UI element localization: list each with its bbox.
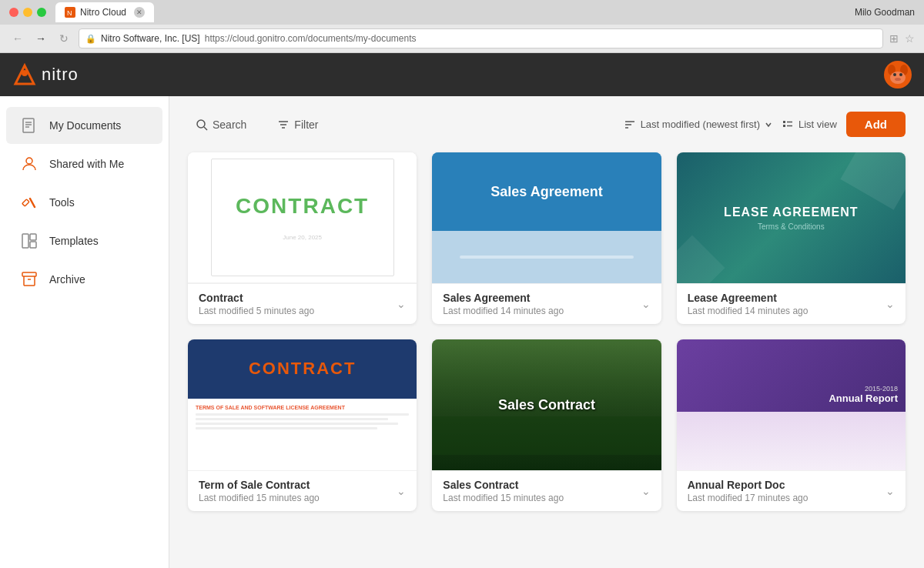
- contract-chevron-icon[interactable]: ⌄: [397, 298, 406, 310]
- sidebar-item-my-documents[interactable]: My Documents: [6, 107, 162, 144]
- svg-rect-10: [23, 119, 34, 132]
- address-company: Nitro Software, Inc. [US]: [101, 33, 200, 44]
- sidebar-item-templates[interactable]: Templates: [6, 222, 162, 259]
- contract-name: Contract: [199, 292, 397, 304]
- toolbar-left: Search Filter: [188, 114, 326, 135]
- annual-report-chevron-icon[interactable]: ⌄: [886, 485, 895, 497]
- document-card-contract[interactable]: CONTRACT June 20, 2025 Contract Last mod…: [188, 152, 417, 324]
- bookmark-icon[interactable]: ☆: [905, 32, 915, 45]
- filter-button[interactable]: Filter: [270, 114, 326, 135]
- document-card-annual-report[interactable]: 2015-2018 Annual Report Annual Report Do…: [677, 339, 906, 511]
- annual-year-text: 2015-2018: [865, 385, 898, 393]
- app-body: My Documents Shared with Me: [0, 96, 924, 568]
- browser-toolbar: ← → ↻ 🔒 Nitro Software, Inc. [US] https:…: [0, 25, 924, 52]
- forward-button[interactable]: →: [32, 30, 49, 47]
- sales-contract-thumbnail: Sales Contract: [432, 339, 661, 470]
- sales-header-text: Sales Agreement: [490, 184, 602, 200]
- svg-rect-19: [30, 242, 36, 248]
- tab-favicon: N: [65, 7, 75, 18]
- sales-agreement-name: Sales Agreement: [443, 292, 641, 304]
- document-card-term-of-sale[interactable]: CONTRACT TERMS OF SALE AND SOFTWARE LICE…: [188, 339, 417, 511]
- close-window-button[interactable]: [9, 8, 18, 17]
- templates-icon: [18, 230, 40, 252]
- svg-point-2: [22, 70, 28, 76]
- salescontract-preview: Sales Contract: [432, 339, 661, 470]
- document-card-sales-agreement[interactable]: Sales Agreement Sales Agreement Last mod…: [432, 152, 661, 324]
- sidebar-templates-label: Templates: [49, 235, 99, 247]
- contract-preview-date: June 20, 2025: [236, 234, 369, 241]
- annual-report-text: Annual Report: [829, 393, 898, 404]
- termsale-header-section: CONTRACT: [188, 339, 417, 399]
- contract-details: Contract Last modified 5 minutes ago: [199, 292, 397, 316]
- annual-body-section: [677, 412, 906, 471]
- add-button[interactable]: Add: [846, 112, 906, 137]
- annual-preview: 2015-2018 Annual Report: [677, 339, 906, 470]
- filter-label: Filter: [294, 119, 318, 131]
- term-of-sale-details: Term of Sale Contract Last modified 15 m…: [199, 479, 397, 503]
- termsale-title-text: CONTRACT: [249, 359, 356, 379]
- sales-agreement-modified: Last modified 14 minutes ago: [443, 306, 641, 316]
- back-button[interactable]: ←: [9, 30, 26, 47]
- sidebar-tools-label: Tools: [49, 196, 75, 209]
- term-of-sale-thumbnail: CONTRACT TERMS OF SALE AND SOFTWARE LICE…: [188, 339, 417, 470]
- sort-label: Last modified (newest first): [641, 119, 760, 130]
- sidebar-item-archive[interactable]: Archive: [6, 261, 162, 298]
- document-card-sales-contract[interactable]: Sales Contract Sales Contract Last modif…: [432, 339, 661, 511]
- sales-agreement-details: Sales Agreement Last modified 14 minutes…: [443, 292, 641, 316]
- sidebar-item-tools[interactable]: Tools: [6, 184, 162, 221]
- sort-icon: [624, 119, 636, 131]
- lease-subtitle-text: Terms & Conditions: [724, 222, 858, 231]
- browser-tab[interactable]: N Nitro Cloud ✕: [55, 2, 154, 22]
- shared-with-me-icon: [18, 153, 40, 175]
- tab-close-button[interactable]: ✕: [134, 7, 145, 18]
- lease-agreement-modified: Last modified 14 minutes ago: [688, 306, 886, 316]
- contract-modified: Last modified 5 minutes ago: [199, 306, 397, 316]
- svg-line-16: [30, 199, 35, 207]
- search-label: Search: [213, 119, 246, 131]
- user-avatar-icon[interactable]: [884, 61, 912, 89]
- lease-agreement-chevron-icon[interactable]: ⌄: [886, 298, 895, 310]
- search-button[interactable]: Search: [188, 114, 254, 135]
- svg-point-8: [899, 73, 902, 76]
- sort-button[interactable]: Last modified (newest first): [624, 119, 772, 131]
- archive-icon: [18, 269, 40, 290]
- sales-contract-name: Sales Contract: [443, 479, 641, 491]
- content-toolbar: Search Filter: [188, 112, 906, 137]
- term-of-sale-chevron-icon[interactable]: ⌄: [397, 485, 406, 497]
- contract-preview-text: CONTRACT: [236, 194, 369, 219]
- extensions-icon[interactable]: ⊞: [889, 32, 899, 45]
- sales-agreement-info: Sales Agreement Last modified 14 minutes…: [432, 283, 661, 324]
- contract-thumbnail: CONTRACT June 20, 2025: [188, 152, 417, 283]
- sidebar-shared-label: Shared with Me: [49, 158, 124, 170]
- minimize-window-button[interactable]: [23, 8, 32, 17]
- annual-report-modified: Last modified 17 minutes ago: [688, 493, 886, 503]
- logo: nitro: [12, 62, 79, 87]
- svg-text:N: N: [67, 9, 72, 16]
- sales-contract-chevron-icon[interactable]: ⌄: [641, 485, 651, 497]
- main-content: Search Filter: [169, 96, 924, 568]
- view-button[interactable]: List view: [782, 119, 837, 131]
- svg-rect-30: [783, 121, 785, 123]
- browser-user: Milo Goodman: [855, 7, 915, 18]
- sales-agreement-chevron-icon[interactable]: ⌄: [641, 298, 651, 310]
- document-card-lease-agreement[interactable]: LEASE AGREEMENT Terms & Conditions Lease…: [677, 152, 906, 324]
- salescontract-text: Sales Contract: [498, 397, 595, 413]
- sidebar-item-shared-with-me[interactable]: Shared with Me: [6, 145, 162, 182]
- annual-report-name: Annual Report Doc: [688, 479, 886, 491]
- maximize-window-button[interactable]: [37, 8, 46, 17]
- list-view-icon: [782, 119, 794, 131]
- annual-header-section: 2015-2018 Annual Report: [677, 339, 906, 412]
- tools-icon: [18, 192, 40, 213]
- sales-contract-modified: Last modified 15 minutes ago: [443, 493, 641, 503]
- annual-report-details: Annual Report Doc Last modified 17 minut…: [688, 479, 886, 503]
- address-bar[interactable]: 🔒 Nitro Software, Inc. [US] https://clou…: [79, 28, 883, 48]
- browser-toolbar-icons: ⊞ ☆: [889, 32, 915, 45]
- my-documents-icon: [18, 115, 40, 136]
- browser-chrome: N Nitro Cloud ✕ Milo Goodman ← → ↻ 🔒 Nit…: [0, 0, 924, 53]
- termsale-subtitle-text: TERMS OF SALE AND SOFTWARE LICENSE AGREE…: [196, 405, 409, 410]
- sales-preview: Sales Agreement: [432, 152, 661, 283]
- app: nitro: [0, 53, 924, 568]
- app-header: nitro: [0, 53, 924, 96]
- refresh-button[interactable]: ↻: [55, 30, 72, 47]
- lock-icon: 🔒: [85, 34, 96, 44]
